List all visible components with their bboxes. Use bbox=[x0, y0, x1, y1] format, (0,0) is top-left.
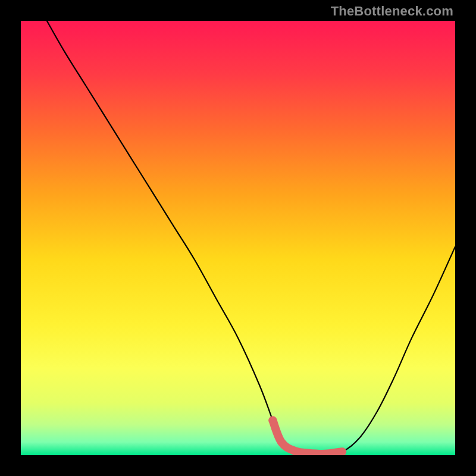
plot-area bbox=[21, 21, 455, 455]
bottleneck-curve-svg bbox=[21, 21, 455, 455]
watermark-label: TheBottleneck.com bbox=[331, 4, 453, 19]
optimal-zone-start-dot bbox=[268, 416, 277, 425]
chart-frame: TheBottleneck.com bbox=[0, 0, 476, 476]
bottleneck-curve bbox=[47, 21, 455, 454]
optimal-zone-highlight bbox=[273, 421, 342, 454]
